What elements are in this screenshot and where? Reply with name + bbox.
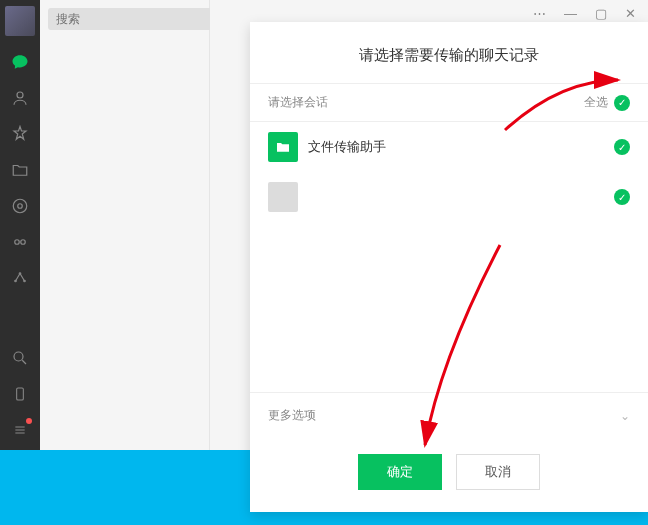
check-icon: ✓: [614, 189, 630, 205]
check-icon: ✓: [614, 139, 630, 155]
conversation-panel: ＋: [40, 0, 210, 450]
collapse-icon[interactable]: ⋯: [533, 6, 546, 21]
select-all-label: 全选: [584, 94, 608, 111]
favorites-icon[interactable]: [10, 124, 30, 144]
menu-icon[interactable]: [10, 420, 30, 440]
select-all-toggle[interactable]: 全选 ✓: [584, 94, 630, 111]
dialog-footer: 确定 取消: [250, 438, 648, 512]
select-session-row: 请选择会话 全选 ✓: [250, 83, 648, 122]
contacts-icon[interactable]: [10, 88, 30, 108]
search-input[interactable]: [48, 8, 214, 30]
more-options-label: 更多选项: [268, 407, 316, 424]
moments-icon[interactable]: [10, 196, 30, 216]
chat-icon[interactable]: [10, 52, 30, 72]
contact-avatar: [268, 182, 298, 212]
mini-programs-icon[interactable]: [10, 232, 30, 252]
conversation-name: [308, 188, 604, 206]
list-item[interactable]: 文件传输助手 ✓: [250, 122, 648, 172]
phone-icon[interactable]: [10, 384, 30, 404]
maximize-icon[interactable]: ▢: [595, 6, 607, 21]
svg-point-4: [21, 240, 26, 245]
services-icon[interactable]: [10, 268, 30, 288]
file-transfer-avatar: [268, 132, 298, 162]
close-icon[interactable]: ✕: [625, 6, 636, 21]
svg-point-3: [15, 240, 20, 245]
conversation-list: 文件传输助手 ✓ ✓: [250, 122, 648, 392]
select-session-label: 请选择会话: [268, 94, 328, 111]
svg-point-0: [17, 92, 23, 98]
transfer-dialog: 请选择需要传输的聊天记录 请选择会话 全选 ✓ 文件传输助手 ✓ ✓ 更多选项 …: [250, 22, 648, 512]
svg-point-1: [13, 199, 27, 213]
more-options-row[interactable]: 更多选项 ⌄: [250, 392, 648, 438]
files-icon[interactable]: [10, 160, 30, 180]
svg-point-8: [14, 352, 23, 361]
sidebar-nav: [0, 0, 40, 450]
search-nav-icon[interactable]: [10, 348, 30, 368]
chevron-down-icon: ⌄: [620, 409, 630, 423]
avatar[interactable]: [5, 6, 35, 36]
confirm-button[interactable]: 确定: [358, 454, 442, 490]
minimize-icon[interactable]: —: [564, 6, 577, 21]
cancel-button[interactable]: 取消: [456, 454, 540, 490]
dialog-title: 请选择需要传输的聊天记录: [250, 22, 648, 83]
conversation-name: 文件传输助手: [308, 138, 604, 156]
svg-point-2: [18, 204, 23, 209]
check-icon: ✓: [614, 95, 630, 111]
list-item[interactable]: ✓: [250, 172, 648, 222]
svg-rect-9: [17, 388, 24, 400]
